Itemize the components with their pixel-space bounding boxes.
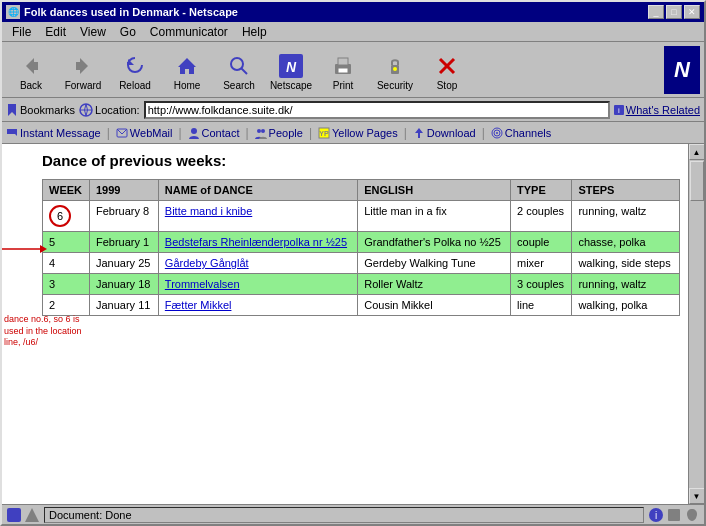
menu-view[interactable]: View bbox=[74, 24, 112, 40]
circled-week: 6 bbox=[49, 205, 71, 227]
scroll-down-button[interactable]: ▼ bbox=[689, 488, 705, 504]
home-label: Home bbox=[174, 80, 201, 91]
window-title: Folk dances used in Denmark - Netscape bbox=[24, 6, 238, 18]
status-text: Document: Done bbox=[44, 507, 644, 523]
table-cell-dance: Gårdeby Gånglåt bbox=[158, 253, 357, 274]
status-icon-4 bbox=[666, 507, 682, 523]
menu-edit[interactable]: Edit bbox=[39, 24, 72, 40]
netscape-button[interactable]: N Netscape bbox=[266, 46, 316, 94]
channels-link[interactable]: Channels bbox=[491, 127, 551, 139]
sep4: | bbox=[309, 126, 312, 140]
table-row: 4January 25Gårdeby GånglåtGerdeby Walkin… bbox=[43, 253, 680, 274]
table-cell-date: January 25 bbox=[89, 253, 158, 274]
table-row: 2January 11Fætter MikkelCousin Mikkellin… bbox=[43, 295, 680, 316]
table-row: 5February 1Bedstefars Rheinlænderpolka n… bbox=[43, 232, 680, 253]
page-title: Dance of previous weeks: bbox=[42, 152, 680, 169]
menu-help[interactable]: Help bbox=[236, 24, 273, 40]
forward-button[interactable]: Forward bbox=[58, 46, 108, 94]
dance-link[interactable]: Bedstefars Rheinlænderpolka nr ½25 bbox=[165, 236, 347, 248]
stop-icon bbox=[433, 52, 461, 80]
scroll-up-button[interactable]: ▲ bbox=[689, 144, 705, 160]
people-link[interactable]: People bbox=[255, 127, 303, 139]
home-button[interactable]: Home bbox=[162, 46, 212, 94]
stop-button[interactable]: Stop bbox=[422, 46, 472, 94]
yellow-pages-link[interactable]: YP Yellow Pages bbox=[318, 127, 398, 139]
print-button[interactable]: Print bbox=[318, 46, 368, 94]
table-cell-date: February 8 bbox=[89, 201, 158, 232]
download-link[interactable]: Download bbox=[413, 127, 476, 139]
contact-link[interactable]: Contact bbox=[188, 127, 240, 139]
dance-table: WEEK 1999 NAME of DANCE ENGLISH TYPE STE… bbox=[42, 179, 680, 316]
svg-marker-0 bbox=[26, 58, 34, 74]
table-cell-english: Little man in a fix bbox=[358, 201, 511, 232]
table-row: 3January 18TrommelvalsenRoller Waltz3 co… bbox=[43, 274, 680, 295]
security-button[interactable]: Security bbox=[370, 46, 420, 94]
back-label: Back bbox=[20, 80, 42, 91]
search-button[interactable]: Search bbox=[214, 46, 264, 94]
table-cell-type: couple bbox=[511, 232, 572, 253]
table-cell-dance: Bedstefars Rheinlænderpolka nr ½25 bbox=[158, 232, 357, 253]
back-icon bbox=[17, 52, 45, 80]
url-input[interactable] bbox=[144, 101, 610, 119]
toolbar: Back Forward Reload Home Search bbox=[2, 42, 704, 98]
security-label: Security bbox=[377, 80, 413, 91]
annotation-text: dance no.6, so 6 is used in the location… bbox=[4, 314, 84, 349]
sep5: | bbox=[404, 126, 407, 140]
svg-rect-11 bbox=[338, 58, 348, 65]
forward-label: Forward bbox=[65, 80, 102, 91]
back-button[interactable]: Back bbox=[6, 46, 56, 94]
menu-communicator[interactable]: Communicator bbox=[144, 24, 234, 40]
table-cell-steps: running, waltz bbox=[572, 201, 680, 232]
sep2: | bbox=[178, 126, 181, 140]
menu-go[interactable]: Go bbox=[114, 24, 142, 40]
dance-link[interactable]: Gårdeby Gånglåt bbox=[165, 257, 249, 269]
svg-line-7 bbox=[241, 68, 247, 74]
content-area: dance no.6, so 6 is used in the location… bbox=[2, 144, 704, 504]
col-english: ENGLISH bbox=[358, 180, 511, 201]
svg-marker-17 bbox=[8, 104, 16, 116]
table-cell-dance: Bitte mand i knibe bbox=[158, 201, 357, 232]
table-cell-type: 2 couples bbox=[511, 201, 572, 232]
home-icon bbox=[173, 52, 201, 80]
search-label: Search bbox=[223, 80, 255, 91]
col-dance: NAME of DANCE bbox=[158, 180, 357, 201]
table-cell-week: 4 bbox=[43, 253, 90, 274]
stop-label: Stop bbox=[437, 80, 458, 91]
table-cell-english: Grandfather's Polka no ½25 bbox=[358, 232, 511, 253]
dance-link[interactable]: Bitte mand i knibe bbox=[165, 205, 252, 217]
menu-file[interactable]: File bbox=[6, 24, 37, 40]
sep1: | bbox=[107, 126, 110, 140]
whats-related-link[interactable]: i What's Related bbox=[614, 104, 700, 116]
table-cell-type: line bbox=[511, 295, 572, 316]
menu-bar: File Edit View Go Communicator Help bbox=[2, 22, 704, 42]
netscape-logo: N bbox=[664, 46, 700, 94]
instant-message-link[interactable]: Instant Message bbox=[6, 127, 101, 139]
scroll-thumb[interactable] bbox=[690, 161, 704, 201]
minimize-button[interactable]: _ bbox=[648, 5, 664, 19]
forward-icon bbox=[69, 52, 97, 80]
maximize-button[interactable]: □ bbox=[666, 5, 682, 19]
webmail-link[interactable]: WebMail bbox=[116, 127, 173, 139]
sep6: | bbox=[482, 126, 485, 140]
status-icon-1 bbox=[6, 507, 22, 523]
personal-toolbar: Instant Message | WebMail | Contact | Pe… bbox=[2, 122, 704, 144]
svg-point-25 bbox=[261, 129, 265, 133]
scrollbar: ▲ ▼ bbox=[688, 144, 704, 504]
reload-icon bbox=[121, 52, 149, 80]
bookmarks-label[interactable]: Bookmarks bbox=[6, 104, 75, 116]
title-bar-left: 🌐 Folk dances used in Denmark - Netscape bbox=[6, 5, 238, 19]
dance-link[interactable]: Trommelvalsen bbox=[165, 278, 240, 290]
svg-rect-3 bbox=[76, 62, 80, 70]
svg-text:N: N bbox=[286, 59, 297, 75]
table-cell-week: 2 bbox=[43, 295, 90, 316]
table-cell-week: 3 bbox=[43, 274, 90, 295]
netscape-label: Netscape bbox=[270, 80, 312, 91]
status-icon-5 bbox=[684, 507, 700, 523]
svg-marker-2 bbox=[80, 58, 88, 74]
svg-rect-38 bbox=[668, 509, 680, 521]
browser-window: 🌐 Folk dances used in Denmark - Netscape… bbox=[0, 0, 706, 526]
close-button[interactable]: ✕ bbox=[684, 5, 700, 19]
svg-text:i: i bbox=[655, 510, 657, 521]
reload-button[interactable]: Reload bbox=[110, 46, 160, 94]
dance-link[interactable]: Fætter Mikkel bbox=[165, 299, 232, 311]
